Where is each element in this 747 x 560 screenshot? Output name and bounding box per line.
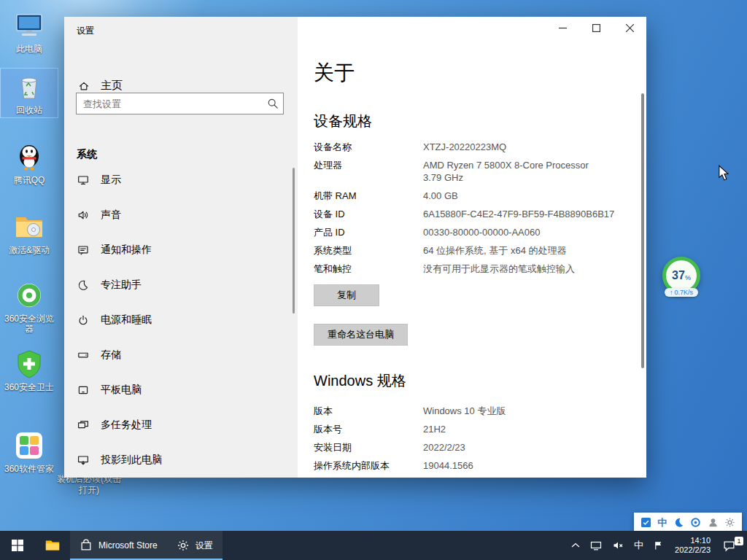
taskbar-app-microsoft-store[interactable]: Microsoft Store xyxy=(70,531,167,560)
sidebar-nav: 显示 声音 通知和操作 专注助手 电源和睡眠 xyxy=(64,163,298,478)
rename-pc-button[interactable]: 重命名这台电脑 xyxy=(314,324,408,346)
windows-spec-rows: 版本 Windows 10 专业版 版本号 21H2 安装日期 2022/2/2… xyxy=(314,405,635,478)
status-dot-icon[interactable] xyxy=(690,517,701,528)
taskbar: Microsoft Store 设置 中 14:10 xyxy=(0,531,747,560)
windows-spec-heading: Windows 规格 xyxy=(314,371,406,391)
file-explorer-button[interactable] xyxy=(35,531,70,560)
action-center-icon xyxy=(723,540,735,552)
content-scrollbar[interactable] xyxy=(641,93,644,368)
sidebar-item-tablet[interactable]: 平板电脑 xyxy=(64,373,298,408)
taskbar-app-settings[interactable]: 设置 xyxy=(167,531,222,560)
desktop-icon-recycle-bin[interactable]: 回收站 xyxy=(1,69,58,117)
taskbar-app-label: 设置 xyxy=(196,540,213,552)
desktop-icon-activation-driver[interactable]: 激活&驱动 xyxy=(1,209,58,257)
action-center-button[interactable]: 1 xyxy=(717,531,747,560)
sidebar-item-notifications[interactable]: 通知和操作 xyxy=(64,233,298,268)
power-icon xyxy=(77,314,89,326)
driver-folder-icon xyxy=(13,211,45,243)
night-mode-icon[interactable] xyxy=(673,517,684,528)
sidebar-item-label: 电源和睡眠 xyxy=(101,314,152,327)
spec-value: 没有可用于此显示器的笔或触控输入 xyxy=(423,262,575,275)
sidebar-item-sound[interactable]: 声音 xyxy=(64,198,298,233)
close-button[interactable] xyxy=(613,17,646,39)
microsoft-store-icon xyxy=(80,539,93,552)
spec-row: 笔和触控 没有可用于此显示器的笔或触控输入 xyxy=(314,262,635,275)
desktop-icon-tencent-qq[interactable]: 腾讯QQ xyxy=(1,139,58,187)
spec-label: 机带 RAM xyxy=(314,190,423,202)
spec-value: 6A15880F-C4E2-47F9-BF59-F4B8890B6B17 xyxy=(423,208,614,220)
start-button[interactable] xyxy=(0,531,35,560)
sidebar-item-storage[interactable]: 存储 xyxy=(64,338,298,373)
tablet-icon xyxy=(77,384,89,396)
360-software-manager-icon xyxy=(13,429,45,462)
spec-label: 安装日期 xyxy=(314,441,423,454)
desktop-icon-label: 360安全卫士 xyxy=(4,382,54,392)
360-browser-icon xyxy=(13,279,45,311)
spec-label: 产品 ID xyxy=(314,226,423,238)
sidebar-item-power-sleep[interactable]: 电源和睡眠 xyxy=(64,303,298,338)
spec-row: 机带 RAM 4.00 GB xyxy=(314,190,635,202)
ime-tray-icon[interactable]: 中 xyxy=(657,516,667,529)
user-tray-icon[interactable] xyxy=(708,517,719,528)
spec-value: 21H2 xyxy=(423,423,446,435)
spec-value: 19044.1566 xyxy=(423,459,473,472)
search-icon[interactable] xyxy=(263,98,283,109)
maximize-button[interactable] xyxy=(579,17,613,39)
spec-value: XTZJ-20220223MQ xyxy=(423,141,506,153)
copy-button[interactable]: 复制 xyxy=(314,284,379,306)
desktop-icon-360-browser[interactable]: 360安全浏览器 xyxy=(1,277,58,336)
sidebar-home[interactable]: 主页 xyxy=(78,79,123,93)
multitasking-icon xyxy=(77,419,89,431)
tray-ime-indicator[interactable]: 中 xyxy=(629,531,649,560)
qq-icon xyxy=(13,141,45,173)
chevron-up-icon xyxy=(571,542,580,548)
desktop-icon-360-safeguard[interactable]: 360安全卫士 xyxy=(1,346,58,394)
tray-network[interactable] xyxy=(585,531,607,560)
tray-volume[interactable] xyxy=(607,531,629,560)
tray-show-hidden-icons[interactable] xyxy=(566,531,585,560)
sidebar-item-multitasking[interactable]: 多任务处理 xyxy=(64,408,298,443)
spec-label: 操作系统内部版本 xyxy=(314,459,423,472)
spec-row: 版本号 21H2 xyxy=(314,423,635,435)
home-label: 主页 xyxy=(101,79,123,93)
spec-row: 版本 Windows 10 专业版 xyxy=(314,405,635,417)
desktop-icon-360-software-manager[interactable]: 360软件管家 xyxy=(1,427,58,476)
spec-row: 设备名称 XTZJ-20220223MQ xyxy=(314,141,635,153)
settings-search-box xyxy=(76,93,284,114)
desktop-icon-label: 360安全浏览器 xyxy=(1,314,58,334)
sidebar-scrollbar[interactable] xyxy=(293,168,295,314)
spec-value: AMD Ryzen 7 5800X 8-Core Processor 3.79 … xyxy=(423,159,589,184)
window-title: 设置 xyxy=(77,25,94,37)
minimize-button[interactable] xyxy=(546,17,579,39)
gear-tray-icon[interactable] xyxy=(724,517,735,528)
desktop-icon-label: 回收站 xyxy=(16,105,42,115)
spec-label: 版本 xyxy=(314,405,423,417)
desktop: 此电脑 回收站 腾讯QQ 激活&驱动 xyxy=(0,0,747,560)
search-input[interactable] xyxy=(77,98,263,109)
spec-label: 设备名称 xyxy=(314,141,423,153)
sidebar-item-label: 显示 xyxy=(101,174,121,187)
desktop-icon-label: 激活&驱动 xyxy=(9,245,50,255)
spec-label: 处理器 xyxy=(314,159,423,184)
spec-label: 设备 ID xyxy=(314,208,423,220)
check-square-icon[interactable] xyxy=(640,517,651,528)
sidebar-item-display[interactable]: 显示 xyxy=(64,163,298,198)
file-explorer-icon xyxy=(44,537,61,553)
tray-clock[interactable]: 14:10 2022/2/23 xyxy=(668,536,717,555)
sidebar-item-focus-assist[interactable]: 专注助手 xyxy=(64,268,298,303)
notifications-icon xyxy=(77,244,89,256)
desktop-icon-this-pc[interactable]: 此电脑 xyxy=(1,7,58,56)
settings-content: 关于 设备规格 设备名称 XTZJ-20220223MQ 处理器 AMD Ryz… xyxy=(298,17,646,478)
sidebar-item-projecting[interactable]: 投影到此电脑 xyxy=(64,443,298,478)
recycle-bin-icon xyxy=(13,71,45,103)
device-spec-rows: 设备名称 XTZJ-20220223MQ 处理器 AMD Ryzen 7 580… xyxy=(314,141,635,281)
device-spec-heading: 设备规格 xyxy=(314,112,372,131)
display-icon xyxy=(77,174,89,186)
spec-label: 系统类型 xyxy=(314,244,423,257)
360-float-ball[interactable]: 37 % ↑ 0.7K/s xyxy=(659,257,704,297)
settings-window: 设置 主页 系统 显示 xyxy=(64,17,646,478)
sidebar-item-label: 存储 xyxy=(101,349,121,362)
sidebar-item-label: 专注助手 xyxy=(101,279,142,292)
spec-value: 64 位操作系统, 基于 x64 的处理器 xyxy=(423,244,566,257)
tray-language-flag[interactable] xyxy=(649,531,668,560)
